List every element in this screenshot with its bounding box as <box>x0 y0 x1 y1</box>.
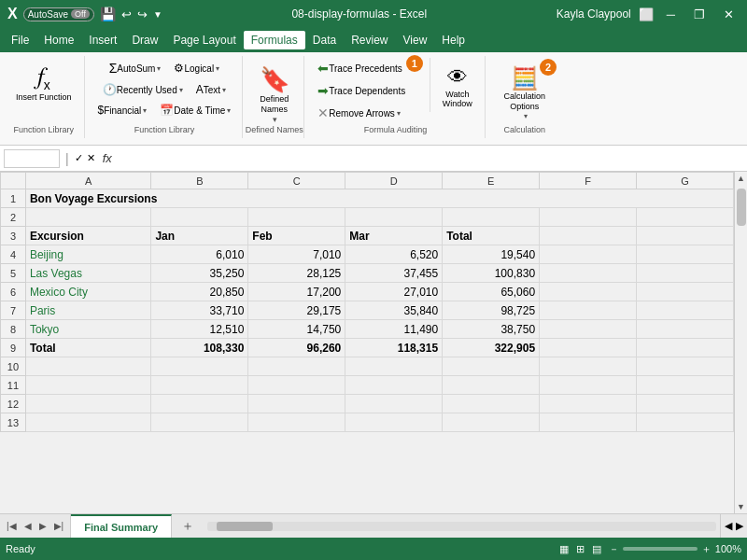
col-header-b[interactable]: B <box>151 173 248 189</box>
x-icon[interactable]: ✕ <box>87 152 95 164</box>
cell-g6[interactable] <box>637 283 734 301</box>
cell-g8[interactable] <box>637 320 734 339</box>
watch-window-button[interactable]: 👁 WatchWindow <box>436 62 479 112</box>
cell-a6[interactable]: Mexico City <box>25 283 151 301</box>
cell-b9[interactable]: 108,330 <box>151 339 248 357</box>
cell-d4[interactable]: 6,520 <box>345 245 443 264</box>
date-time-button[interactable]: 📅 Date & Time ▾ <box>154 101 236 119</box>
sheet-first-button[interactable]: |◀ <box>4 519 20 533</box>
cell-b7[interactable]: 33,710 <box>151 301 248 320</box>
cell-c13[interactable] <box>248 413 345 432</box>
cell-d5[interactable]: 37,455 <box>345 264 443 283</box>
cell-g2[interactable] <box>637 208 734 227</box>
cell-e9[interactable]: 322,905 <box>443 339 540 357</box>
cell-f5[interactable] <box>540 264 637 283</box>
cell-d8[interactable]: 11,490 <box>345 320 443 339</box>
cell-e8[interactable]: 38,750 <box>443 320 540 339</box>
save-icon[interactable]: 💾 <box>100 7 116 21</box>
cell-f11[interactable] <box>540 376 637 395</box>
col-header-d[interactable]: D <box>345 173 443 189</box>
cell-b3[interactable]: Jan <box>151 227 248 245</box>
cell-e3[interactable]: Total <box>443 227 540 245</box>
col-header-c[interactable]: C <box>248 173 345 189</box>
autosave-toggle[interactable]: AutoSave Off <box>23 7 94 21</box>
financial-button[interactable]: $ Financial ▾ <box>92 101 153 119</box>
menu-insert[interactable]: Insert <box>81 31 124 49</box>
cell-c12[interactable] <box>248 395 345 413</box>
cell-b4[interactable]: 6,010 <box>151 245 248 264</box>
calculation-options-button[interactable]: 🧮 CalculationOptions ▾ 2 <box>498 62 553 124</box>
recently-used-button[interactable]: 🕐 Recently Used ▾ <box>97 80 189 99</box>
cell-f7[interactable] <box>540 301 637 320</box>
cell-a12[interactable] <box>25 395 151 413</box>
cell-g10[interactable] <box>637 357 734 376</box>
cell-f2[interactable] <box>540 208 637 227</box>
cell-c4[interactable]: 7,010 <box>248 245 345 264</box>
restore-down-icon[interactable]: ⬜ <box>639 7 654 21</box>
defined-names-button[interactable]: 🔖 DefinedNames ▾ <box>253 62 296 128</box>
vertical-scrollbar[interactable]: ▲ ▼ <box>734 172 747 513</box>
cell-f6[interactable] <box>540 283 637 301</box>
cell-a5[interactable]: Las Vegas <box>25 264 151 283</box>
cell-b2[interactable] <box>151 208 248 227</box>
undo-icon[interactable]: ↩ <box>121 7 132 21</box>
cell-a1[interactable]: Bon Voyage Excursions <box>25 189 733 208</box>
cell-e2[interactable] <box>443 208 540 227</box>
cell-e12[interactable] <box>443 395 540 413</box>
menu-page-layout[interactable]: Page Layout <box>165 31 243 49</box>
cell-d12[interactable] <box>345 395 443 413</box>
cell-e6[interactable]: 65,060 <box>443 283 540 301</box>
sheet-prev-button[interactable]: ◀ <box>21 519 35 533</box>
scroll-left-btn[interactable]: ◀ <box>725 520 732 532</box>
col-header-g[interactable]: G <box>637 173 734 189</box>
cell-c10[interactable] <box>248 357 345 376</box>
cell-a11[interactable] <box>25 376 151 395</box>
insert-function-button[interactable]: 𝑓x Insert Function <box>9 58 78 106</box>
cell-c6[interactable]: 17,200 <box>248 283 345 301</box>
cell-c8[interactable]: 14,750 <box>248 320 345 339</box>
cell-a8[interactable]: Tokyo <box>25 320 151 339</box>
cell-a10[interactable] <box>25 357 151 376</box>
cell-e13[interactable] <box>443 413 540 432</box>
cell-a2[interactable] <box>25 208 151 227</box>
col-header-f[interactable]: F <box>540 173 637 189</box>
cell-f9[interactable] <box>540 339 637 357</box>
formula-input[interactable] <box>120 148 743 169</box>
cell-g5[interactable] <box>637 264 734 283</box>
fx-button[interactable]: fx <box>99 151 116 165</box>
col-header-a[interactable]: A <box>25 173 151 189</box>
cell-e7[interactable]: 98,725 <box>443 301 540 320</box>
cell-d2[interactable] <box>345 208 443 227</box>
cell-d13[interactable] <box>345 413 443 432</box>
cell-b12[interactable] <box>151 395 248 413</box>
menu-review[interactable]: Review <box>344 31 395 49</box>
menu-data[interactable]: Data <box>305 31 344 49</box>
cell-a4[interactable]: Beijing <box>25 245 151 264</box>
maximize-button[interactable]: ❐ <box>688 6 711 23</box>
cell-c3[interactable]: Feb <box>248 227 345 245</box>
cell-b8[interactable]: 12,510 <box>151 320 248 339</box>
cell-c9[interactable]: 96,260 <box>248 339 345 357</box>
zoom-out-icon[interactable]: － <box>609 542 619 556</box>
trace-precedents-button[interactable]: ⬅ Trace Precedents 1 <box>312 58 426 78</box>
sheet-next-button[interactable]: ▶ <box>36 519 49 533</box>
scroll-right-btn[interactable]: ▶ <box>736 520 743 532</box>
zoom-slider[interactable] <box>623 547 698 551</box>
cell-e5[interactable]: 100,830 <box>443 264 540 283</box>
cell-e4[interactable]: 19,540 <box>443 245 540 264</box>
scroll-down-button[interactable]: ▼ <box>735 500 747 513</box>
page-break-view-icon[interactable]: ▤ <box>592 543 601 555</box>
cell-g13[interactable] <box>637 413 734 432</box>
cell-b10[interactable] <box>151 357 248 376</box>
menu-draw[interactable]: Draw <box>124 31 165 49</box>
cell-d6[interactable]: 27,010 <box>345 283 443 301</box>
cell-d3[interactable]: Mar <box>345 227 443 245</box>
cell-a9[interactable]: Total <box>25 339 151 357</box>
cell-g4[interactable] <box>637 245 734 264</box>
cell-g7[interactable] <box>637 301 734 320</box>
cell-a3[interactable]: Excursion <box>25 227 151 245</box>
cell-c2[interactable] <box>248 208 345 227</box>
cell-g9[interactable] <box>637 339 734 357</box>
scroll-thumb[interactable] <box>737 189 746 226</box>
sheet-tab-final-summary[interactable]: Final Summary <box>71 514 172 538</box>
